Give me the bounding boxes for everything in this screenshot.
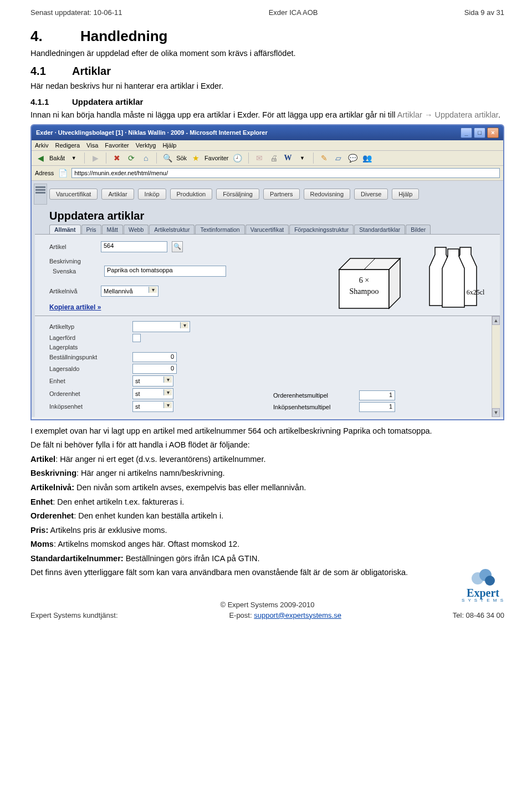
h2-number: 4.1 <box>30 65 72 78</box>
window-titlebar: Exder · Utvecklingsbolaget [1] · Niklas … <box>32 125 503 140</box>
close-button[interactable]: × <box>487 128 499 138</box>
heading-3: 4.1.1 Uppdatera artiklar <box>30 97 504 106</box>
p411-a: Innan ni kan börja handla måste ni lägga… <box>30 110 397 119</box>
chat-icon[interactable]: 💬 <box>347 152 359 164</box>
tab-redovisning[interactable]: Redovisning <box>304 189 351 200</box>
lbl-lagersaldo: Lagersaldo <box>49 365 132 372</box>
line-standardartikelnummer: Standardartikelnummer: Beställningen gör… <box>30 553 504 565</box>
sidebar-toggle[interactable] <box>34 184 47 205</box>
back-icon[interactable]: ◀ <box>35 152 46 164</box>
tab-inkop[interactable]: Inköp <box>138 189 166 200</box>
history-icon[interactable]: 🕘 <box>232 152 243 164</box>
form-area: Artikel 564 🔍 Beskrivning Svenska Paprik… <box>35 234 500 316</box>
support-email-link[interactable]: support@expertsystems.se <box>254 611 341 619</box>
note-icon[interactable]: ▱ <box>333 152 344 164</box>
orderenhet-select[interactable]: st <box>132 388 173 399</box>
maximize-button[interactable]: □ <box>474 128 485 138</box>
tab-produktion[interactable]: Produktion <box>170 189 213 200</box>
doc-header: Senast uppdaterat: 10-06-11 Exder ICA AO… <box>30 8 504 17</box>
menu-hjalp[interactable]: Hjälp <box>162 142 176 149</box>
back-chevron-icon[interactable]: ▼ <box>68 152 79 164</box>
article-illustration: 6 × Shampoo 6x25cl <box>334 239 493 311</box>
lbl-artikeltyp: Artikeltyp <box>49 323 132 330</box>
minimize-button[interactable]: _ <box>461 128 472 138</box>
svg-text:6x25cl: 6x25cl <box>467 288 485 296</box>
orderenhetsmultipel-input[interactable]: 1 <box>359 390 395 400</box>
tab-hjalp[interactable]: Hjälp <box>392 189 419 200</box>
p-4-1: Här nedan beskrivs hur ni hanterar era a… <box>30 81 504 92</box>
lbl-lagerford: Lagerförd <box>49 334 132 341</box>
subtab-varucertifikat[interactable]: Varucertifikat <box>245 225 289 234</box>
line-artikel: Artikel: Här anger ni ert eget (d.v.s. l… <box>30 454 504 465</box>
print-icon[interactable]: 🖨 <box>268 152 279 164</box>
svenska-input[interactable]: Paprika och tomatsoppa <box>104 266 226 277</box>
p-4-1-1: Innan ni kan börja handla måste ni lägga… <box>30 110 504 121</box>
line-orderenhet: Orderenhet: Den enhet kunden kan beställ… <box>30 511 504 522</box>
scroll-down-icon[interactable]: ▼ <box>492 408 500 417</box>
favorites-icon[interactable]: ★ <box>190 152 201 164</box>
artikel-label: Artikel <box>49 243 96 250</box>
lagerford-checkbox[interactable] <box>132 334 141 342</box>
footer-center: E-post: support@expertsystems.se <box>229 611 341 619</box>
scrollbar[interactable]: ▲ ▼ <box>492 316 500 417</box>
tab-partners[interactable]: Partners <box>263 189 300 200</box>
bestallningspunkt-input[interactable]: 0 <box>132 352 177 362</box>
beskrivning-label: Beskrivning <box>49 258 96 265</box>
menu-arkiv[interactable]: Arkiv <box>35 142 48 149</box>
subtab-forpackningsstruktur[interactable]: Förpackningsstruktur <box>289 225 354 234</box>
line-moms: Moms: Artikelns momskod anges här. Oftas… <box>30 539 504 550</box>
menu-visa[interactable]: Visa <box>86 142 98 149</box>
refresh-icon[interactable]: ⟳ <box>126 152 137 164</box>
artikel-search-button[interactable]: 🔍 <box>172 241 183 252</box>
search-label[interactable]: Sök <box>176 155 187 161</box>
browser-addressbar: Adress 📄 https://munin.exder.net/html/me… <box>32 166 503 181</box>
address-input[interactable]: https://munin.exder.net/html/menu/ <box>71 168 500 178</box>
menu-verktyg[interactable]: Verktyg <box>136 142 156 149</box>
tab-varucertifikat[interactable]: Varucertifikat <box>49 189 98 200</box>
app-nav-tabs: Varucertifikat Artiklar Inköp Produktion… <box>49 189 419 200</box>
subtab-artikelstruktur[interactable]: Artikelstruktur <box>149 225 195 234</box>
tab-diverse[interactable]: Diverse <box>354 189 388 200</box>
edit-icon[interactable]: ✎ <box>319 152 330 164</box>
tab-artiklar[interactable]: Artiklar <box>101 189 134 200</box>
people-icon[interactable]: 👥 <box>362 152 373 164</box>
lagersaldo-input[interactable]: 0 <box>132 364 177 374</box>
artikeltyp-select[interactable] <box>132 321 190 332</box>
search-icon[interactable]: 🔍 <box>162 152 173 164</box>
home-icon[interactable]: ⌂ <box>140 152 151 164</box>
inkopsenhetsmultipel-input[interactable]: 1 <box>359 402 395 412</box>
subtab-matt[interactable]: Mått <box>102 225 123 234</box>
chevron-down-icon[interactable]: ▼ <box>297 152 308 164</box>
sub-tabs: Allmänt Pris Mått Webb Artikelstruktur T… <box>49 225 500 234</box>
mail-icon[interactable]: ✉ <box>254 152 265 164</box>
menu-redigera[interactable]: Redigera <box>55 142 80 149</box>
lbl-enhet: Enhet <box>49 378 132 384</box>
subtab-pris[interactable]: Pris <box>81 225 101 234</box>
artikel-input[interactable]: 564 <box>101 241 167 252</box>
header-title: Exder ICA AOB <box>269 8 318 17</box>
inkopsenhet-select[interactable]: st <box>132 401 173 412</box>
enhet-select[interactable]: st <box>132 375 173 387</box>
subtab-standardartiklar[interactable]: Standardartiklar <box>354 225 405 234</box>
lbl-orderenhetsmultipel: Orderenhetsmultipel <box>273 392 359 399</box>
forward-icon[interactable]: ▶ <box>90 152 101 164</box>
subtab-textinformation[interactable]: Textinformation <box>195 225 244 234</box>
tab-forsaljning[interactable]: Försäljning <box>216 189 259 200</box>
subtab-webb[interactable]: Webb <box>124 225 149 234</box>
stop-icon[interactable]: ✖ <box>111 152 122 164</box>
h1-title: Handledning <box>80 28 167 45</box>
menu-favoriter[interactable]: Favoriter <box>105 142 129 149</box>
favorites-label[interactable]: Favoriter <box>204 155 228 161</box>
screenshot-window: Exder · Utvecklingsbolaget [1] · Niklas … <box>30 124 504 420</box>
lbl-bestallningspunkt: Beställningspunkt <box>49 354 132 360</box>
line-enhet: Enhet: Den enhet artikeln t.ex. fakturer… <box>30 497 504 508</box>
kopiera-artikel-link[interactable]: Kopiera artikel » <box>49 303 101 311</box>
svenska-label: Svenska <box>49 268 100 274</box>
back-label[interactable]: Bakåt <box>49 155 65 161</box>
artikelniva-select[interactable]: Mellannivå <box>101 286 158 297</box>
word-icon[interactable]: W <box>283 152 294 164</box>
subtab-allmant[interactable]: Allmänt <box>49 225 81 234</box>
subtab-bilder[interactable]: Bilder <box>406 225 431 234</box>
h3-number: 4.1.1 <box>30 97 72 106</box>
scroll-up-icon[interactable]: ▲ <box>492 316 500 325</box>
